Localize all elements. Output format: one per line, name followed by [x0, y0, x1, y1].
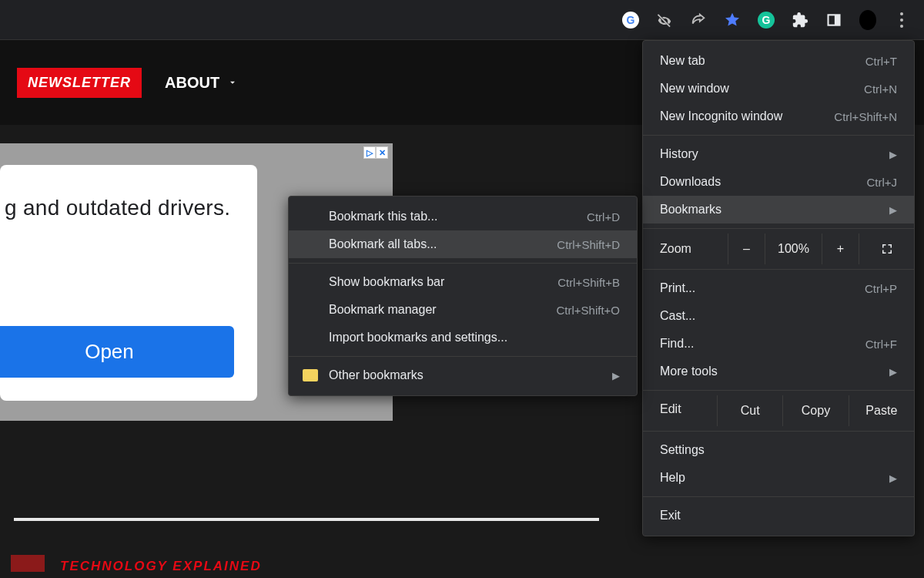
menu-separator	[643, 390, 914, 391]
menu-settings[interactable]: Settings	[643, 436, 914, 464]
menu-zoom-row: Zoom – 100% +	[643, 234, 914, 264]
bookmarks-submenu: Bookmark this tab... Ctrl+D Bookmark all…	[288, 196, 638, 396]
menu-label: Bookmark all tabs...	[329, 237, 437, 251]
google-account-icon[interactable]: G	[622, 12, 639, 29]
menu-find[interactable]: Find... Ctrl+F	[643, 330, 914, 358]
menu-shortcut: Ctrl+T	[865, 55, 897, 68]
menu-downloads[interactable]: Downloads Ctrl+J	[643, 168, 914, 196]
about-menu[interactable]: ABOUT	[165, 74, 238, 92]
ad-headline: g and outdated drivers.	[0, 196, 257, 220]
menu-shortcut: Ctrl+D	[587, 210, 620, 223]
chevron-right-icon: ▶	[889, 149, 897, 160]
menu-edit-row: Edit Cut Copy Paste	[643, 395, 914, 426]
zoom-value: 100%	[765, 234, 822, 264]
menu-more-tools[interactable]: More tools ▶	[643, 358, 914, 385]
menu-shortcut: Ctrl+N	[864, 82, 897, 96]
zoom-label: Zoom	[643, 235, 728, 263]
ad-close-icon[interactable]: ✕	[376, 146, 388, 159]
share-icon[interactable]	[690, 12, 707, 29]
zoom-in-button[interactable]: +	[822, 234, 859, 264]
menu-shortcut: Ctrl+J	[866, 176, 897, 189]
article-thumbnail[interactable]	[11, 555, 45, 572]
submenu-bookmark-this-tab[interactable]: Bookmark this tab... Ctrl+D	[289, 203, 637, 230]
fullscreen-button[interactable]	[859, 234, 914, 264]
menu-incognito[interactable]: New Incognito window Ctrl+Shift+N	[643, 102, 914, 130]
menu-separator	[643, 269, 914, 270]
menu-label: Bookmark this tab...	[329, 210, 437, 223]
menu-bookmarks[interactable]: Bookmarks ▶	[643, 196, 914, 223]
menu-label: History	[660, 147, 698, 161]
menu-label: Bookmarks	[660, 203, 721, 217]
menu-label: Bookmark manager	[329, 303, 437, 317]
menu-label: Settings	[660, 443, 705, 457]
chrome-main-menu: New tab Ctrl+T New window Ctrl+N New Inc…	[642, 40, 915, 536]
menu-label: New window	[660, 82, 729, 96]
menu-label: New Incognito window	[660, 109, 782, 123]
about-label: ABOUT	[165, 74, 219, 92]
menu-separator	[643, 135, 914, 136]
extensions-puzzle-icon[interactable]	[792, 12, 808, 29]
svg-rect-1	[835, 15, 840, 25]
menu-exit[interactable]: Exit	[643, 502, 914, 529]
menu-label: Find...	[660, 337, 694, 351]
menu-separator	[643, 496, 914, 497]
menu-shortcut: Ctrl+Shift+D	[557, 238, 620, 251]
edit-copy[interactable]: Copy	[782, 395, 848, 426]
browser-toolbar: G G	[0, 0, 924, 40]
menu-shortcut: Ctrl+Shift+O	[556, 304, 620, 317]
chevron-right-icon: ▶	[889, 204, 897, 216]
menu-label: Show bookmarks bar	[329, 275, 444, 289]
menu-cast[interactable]: Cast...	[643, 302, 914, 330]
edit-cut[interactable]: Cut	[717, 395, 782, 426]
menu-label: Exit	[660, 509, 681, 523]
menu-separator	[643, 228, 914, 229]
menu-label: Downloads	[660, 175, 721, 189]
zoom-out-button[interactable]: –	[728, 234, 765, 264]
submenu-bookmark-all-tabs[interactable]: Bookmark all tabs... Ctrl+Shift+D	[289, 230, 637, 258]
side-panel-icon[interactable]	[825, 12, 842, 29]
submenu-other-bookmarks[interactable]: Other bookmarks ▶	[289, 361, 637, 389]
menu-label: Cast...	[660, 309, 695, 323]
profile-avatar[interactable]	[859, 12, 876, 29]
section-divider	[14, 518, 599, 521]
menu-label: New tab	[660, 54, 705, 68]
grammarly-extension-icon[interactable]: G	[758, 12, 775, 29]
menu-separator	[289, 356, 637, 357]
submenu-show-bookmarks-bar[interactable]: Show bookmarks bar Ctrl+Shift+B	[289, 268, 637, 296]
newsletter-button[interactable]: NEWSLETTER	[17, 68, 142, 98]
chrome-menu-button[interactable]	[893, 12, 910, 29]
eye-off-icon[interactable]	[656, 12, 673, 29]
chevron-right-icon: ▶	[889, 366, 897, 378]
menu-history[interactable]: History ▶	[643, 140, 914, 168]
bookmark-star-icon[interactable]	[724, 12, 741, 29]
chevron-down-icon	[227, 77, 238, 88]
adchoices-icon[interactable]: ▷	[363, 146, 376, 159]
chevron-right-icon: ▶	[612, 370, 620, 381]
folder-icon	[303, 369, 318, 381]
menu-separator	[289, 263, 637, 264]
menu-label: More tools	[660, 365, 718, 378]
menu-shortcut: Ctrl+Shift+B	[557, 276, 620, 289]
category-label[interactable]: TECHNOLOGY EXPLAINED	[60, 559, 262, 574]
ad-card: g and outdated drivers. Open	[0, 165, 257, 401]
fullscreen-icon	[880, 242, 894, 256]
menu-shortcut: Ctrl+F	[865, 338, 897, 351]
edit-label: Edit	[643, 395, 717, 426]
chevron-right-icon: ▶	[889, 472, 897, 484]
menu-label: Help	[660, 471, 685, 485]
ad-open-button[interactable]: Open	[0, 326, 234, 378]
menu-print[interactable]: Print... Ctrl+P	[643, 274, 914, 302]
menu-label: Import bookmarks and settings...	[329, 331, 507, 344]
menu-shortcut: Ctrl+Shift+N	[834, 110, 897, 123]
submenu-bookmark-manager[interactable]: Bookmark manager Ctrl+Shift+O	[289, 296, 637, 324]
menu-label: Other bookmarks	[329, 368, 612, 382]
menu-new-tab[interactable]: New tab Ctrl+T	[643, 47, 914, 75]
menu-label: Print...	[660, 281, 695, 295]
edit-paste[interactable]: Paste	[849, 395, 914, 426]
menu-help[interactable]: Help ▶	[643, 464, 914, 492]
menu-new-window[interactable]: New window Ctrl+N	[643, 75, 914, 102]
menu-separator	[643, 431, 914, 432]
submenu-import-bookmarks[interactable]: Import bookmarks and settings...	[289, 324, 637, 351]
menu-shortcut: Ctrl+P	[865, 282, 897, 295]
